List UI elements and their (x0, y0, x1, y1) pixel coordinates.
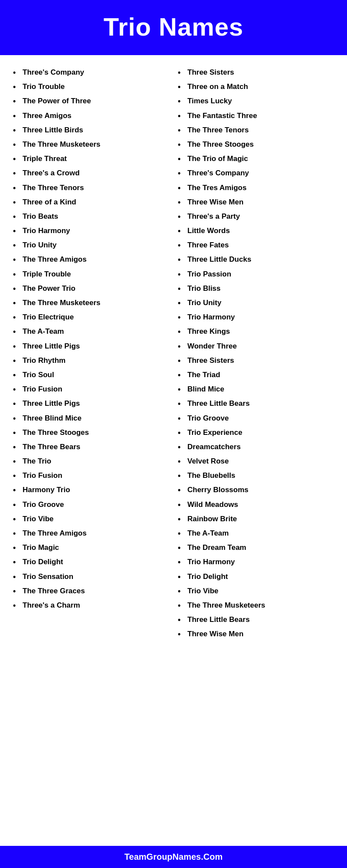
item-text: Trio Groove (187, 413, 229, 424)
item-text: Trio Magic (23, 542, 59, 553)
bullet-icon: • (13, 211, 23, 222)
list-item: •The Three Tenors (178, 123, 334, 138)
bullet-icon: • (178, 111, 187, 122)
list-item: •Wonder Three (178, 339, 334, 354)
bullet-icon: • (178, 197, 187, 208)
bullet-icon: • (178, 485, 187, 496)
item-text: Trio Beats (23, 211, 58, 222)
list-item: •Three Little Pigs (13, 397, 169, 411)
item-text: The Power Trio (23, 283, 75, 294)
bullet-icon: • (178, 542, 187, 553)
item-text: Three Sisters (187, 67, 234, 78)
left-column: •Three's Company•Trio Trouble•The Power … (13, 66, 174, 835)
item-text: Trio Trouble (23, 82, 65, 92)
list-item: •Three Little Bears (178, 613, 334, 627)
item-text: Trio Harmony (187, 557, 235, 567)
bullet-icon: • (13, 269, 23, 280)
list-item: •Three Kings (178, 325, 334, 339)
list-item: •Three's a Crowd (13, 166, 169, 181)
bullet-icon: • (13, 528, 23, 539)
item-text: Triple Threat (23, 154, 67, 164)
bullet-icon: • (13, 485, 23, 496)
item-text: The Three Tenors (187, 125, 249, 135)
bullet-icon: • (13, 326, 23, 337)
item-text: Three Little Ducks (187, 254, 251, 265)
item-text: The Three Musketeers (187, 600, 265, 611)
list-item: •Harmony Trio (13, 483, 169, 497)
item-text: The Dream Team (187, 542, 246, 553)
item-text: Rainbow Brite (187, 514, 237, 524)
bullet-icon: • (178, 254, 187, 265)
bullet-icon: • (13, 355, 23, 366)
list-item: •The Trio (13, 454, 169, 469)
bullet-icon: • (178, 341, 187, 352)
bullet-icon: • (13, 298, 23, 309)
list-item: •Three Blind Mice (13, 411, 169, 426)
item-text: The Three Bears (23, 442, 80, 452)
bullet-icon: • (178, 500, 187, 510)
list-item: •Three Wise Men (178, 195, 334, 210)
bullet-icon: • (178, 528, 187, 539)
item-text: The A-Team (23, 326, 64, 337)
item-text: Three Little Pigs (23, 341, 80, 352)
bullet-icon: • (178, 600, 187, 611)
item-text: Trio Experience (187, 427, 242, 438)
bullet-icon: • (13, 456, 23, 467)
list-item: •The Three Tenors (13, 181, 169, 195)
list-item: •Three's Company (178, 166, 334, 181)
bullet-icon: • (178, 125, 187, 136)
list-item: •Three Little Ducks (178, 253, 334, 267)
list-item: •Trio Experience (178, 426, 334, 440)
list-item: •Trio Delight (13, 555, 169, 569)
item-text: Three's Company (23, 67, 84, 78)
list-item: •The Three Bears (13, 440, 169, 454)
bullet-icon: • (13, 413, 23, 424)
page-title: Trio Names (9, 12, 338, 41)
bullet-icon: • (178, 298, 187, 309)
item-text: The Three Amigos (23, 254, 87, 265)
bullet-icon: • (13, 154, 23, 164)
bullet-icon: • (178, 615, 187, 625)
item-text: Three's Company (187, 168, 249, 178)
list-item: •Times Lucky (178, 94, 334, 108)
bullet-icon: • (13, 96, 23, 107)
bullet-icon: • (178, 283, 187, 294)
list-item: •Three Sisters (178, 354, 334, 368)
item-text: Trio Soul (23, 370, 54, 380)
list-item: •The A-Team (13, 325, 169, 339)
bullet-icon: • (178, 96, 187, 107)
item-text: Trio Harmony (23, 226, 70, 236)
item-text: Three's a Charm (23, 600, 80, 611)
page-footer: TeamGroupNames.Com (0, 846, 347, 868)
list-item: •Trio Harmony (178, 555, 334, 569)
item-text: The Triad (187, 370, 220, 380)
bullet-icon: • (178, 82, 187, 92)
bullet-icon: • (178, 456, 187, 467)
item-text: The A-Team (187, 528, 229, 539)
list-item: •Velvet Rose (178, 454, 334, 469)
list-item: •Dreamcatchers (178, 440, 334, 454)
item-text: Blind Mice (187, 384, 224, 395)
list-item: •The Power of Three (13, 94, 169, 108)
bullet-icon: • (13, 557, 23, 568)
item-text: The Three Amigos (23, 528, 87, 539)
list-item: •Triple Threat (13, 152, 169, 166)
bullet-icon: • (13, 226, 23, 237)
list-item: •Trio Harmony (178, 310, 334, 325)
bullet-icon: • (178, 139, 187, 150)
bullet-icon: • (13, 427, 23, 438)
item-text: Trio Delight (23, 557, 63, 567)
bullet-icon: • (13, 183, 23, 194)
bullet-icon: • (13, 514, 23, 525)
bullet-icon: • (178, 427, 187, 438)
list-item: •The Three Stooges (178, 138, 334, 152)
bullet-icon: • (13, 67, 23, 78)
list-item: •Little Words (178, 224, 334, 238)
list-item: •The Three Graces (13, 584, 169, 598)
list-item: •The Three Musketeers (13, 138, 169, 152)
list-item: •Trio Trouble (13, 80, 169, 94)
list-item: •The Bluebells (178, 469, 334, 483)
list-item: •Trio Vibe (13, 512, 169, 526)
list-item: •Three Wise Men (178, 627, 334, 641)
list-item: •Trio Delight (178, 570, 334, 584)
